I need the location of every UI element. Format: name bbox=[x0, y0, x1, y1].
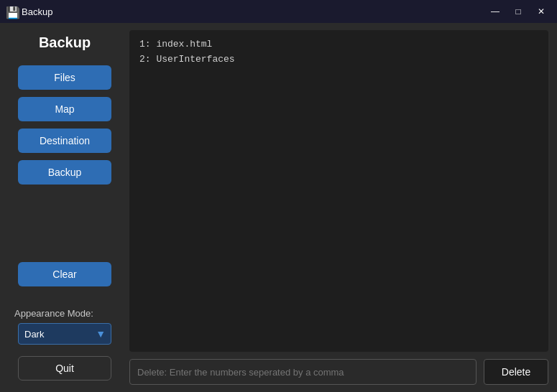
content-area: 1: index.html 2: UserInterfaces Delete bbox=[129, 23, 557, 392]
output-box: 1: index.html 2: UserInterfaces bbox=[129, 30, 548, 352]
app-title: Backup bbox=[22, 6, 52, 17]
quit-button[interactable]: Quit bbox=[18, 356, 111, 381]
destination-button[interactable]: Destination bbox=[18, 129, 111, 153]
title-bar-controls: — □ ✕ bbox=[485, 4, 551, 19]
files-button[interactable]: Files bbox=[18, 65, 111, 90]
bottom-row: Delete bbox=[129, 359, 548, 385]
appearance-dropdown-wrapper: Dark Light System ▼ bbox=[18, 323, 111, 345]
title-bar-left: 💾 Backup bbox=[6, 6, 52, 17]
title-bar: 💾 Backup — □ ✕ bbox=[0, 0, 557, 23]
main-content: Backup Files Map Destination Backup Clea… bbox=[0, 23, 557, 392]
output-line-2: 2: UserInterfaces bbox=[139, 52, 538, 67]
sidebar: Backup Files Map Destination Backup Clea… bbox=[0, 23, 129, 392]
delete-button[interactable]: Delete bbox=[484, 359, 548, 385]
appearance-dropdown[interactable]: Dark Light System bbox=[18, 323, 111, 345]
output-line-1: 1: index.html bbox=[139, 37, 538, 52]
minimize-button[interactable]: — bbox=[485, 4, 505, 19]
sidebar-title: Backup bbox=[39, 34, 91, 51]
maximize-button[interactable]: □ bbox=[508, 4, 528, 19]
clear-button[interactable]: Clear bbox=[18, 262, 111, 286]
close-button[interactable]: ✕ bbox=[531, 4, 551, 19]
backup-button[interactable]: Backup bbox=[18, 160, 111, 185]
app-icon: 💾 bbox=[6, 6, 17, 17]
delete-input[interactable] bbox=[129, 359, 477, 385]
appearance-label: Appearance Mode: bbox=[14, 308, 93, 319]
map-button[interactable]: Map bbox=[18, 97, 111, 121]
